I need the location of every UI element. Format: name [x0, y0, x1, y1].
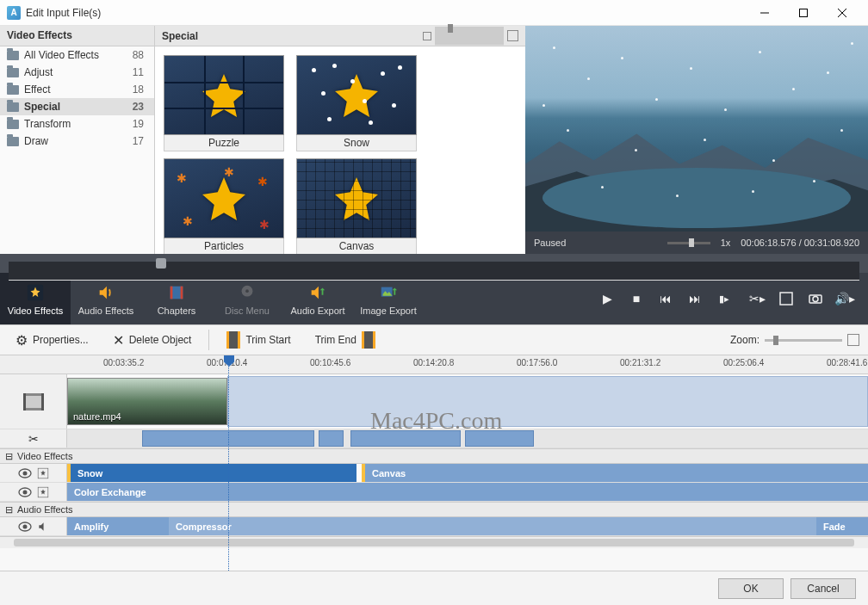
stop-button[interactable]: ■ [623, 286, 649, 312]
tab-label: Audio Effects [78, 306, 134, 316]
maximize-button[interactable] [784, 0, 822, 26]
cat-transform[interactable]: Transform 19 [0, 115, 154, 133]
effect-puzzle[interactable]: Puzzle [164, 55, 284, 151]
tab-chapters[interactable]: Chapters [141, 273, 212, 324]
clip-snow[interactable]: Snow [67, 464, 356, 482]
track-vfx-head [0, 483, 67, 501]
eye-icon[interactable] [18, 487, 32, 497]
time-tick: 00:07:10.4 [207, 358, 247, 367]
cat-draw[interactable]: Draw 17 [0, 133, 154, 150]
star-icon [25, 282, 46, 303]
filmstrip-icon [362, 331, 375, 349]
time-ruler[interactable]: 00:03:35.2 00:07:10.4 00:10:45.6 00:14:2… [0, 355, 868, 374]
trim-end-button[interactable]: Trim End [308, 328, 382, 352]
zoom-label: Zoom: [730, 334, 760, 346]
scrub-handle[interactable] [156, 258, 166, 269]
track-afx-body[interactable]: Amplify Compressor Fade [67, 517, 868, 535]
time-tick: 00:10:45.6 [310, 358, 350, 367]
cat-all-video-effects[interactable]: All Video Effects 88 [0, 46, 154, 64]
clip-compressor[interactable]: Compressor [169, 517, 816, 535]
play-controls: ▶ ■ ⏮ ⏭ ▮▸ ✂▸ 🔊▸ [584, 273, 868, 324]
eye-icon[interactable] [18, 522, 32, 532]
volume-button[interactable]: 🔊▸ [832, 286, 858, 312]
tab-image-export[interactable]: Image Export [353, 273, 424, 324]
clip-amplify[interactable]: Amplify [67, 517, 169, 535]
clip-video[interactable]: nature.mp4 [67, 378, 227, 425]
folder-icon [7, 102, 19, 112]
tab-label: Disc Menu [225, 306, 270, 316]
cut-region[interactable] [465, 430, 534, 447]
tab-label: Chapters [158, 306, 196, 316]
cut-button[interactable]: ✂▸ [744, 286, 770, 312]
effects-header: Special [155, 26, 525, 46]
scissors-icon: ✂ [28, 432, 39, 446]
ok-button[interactable]: OK [718, 578, 784, 599]
track-vfx-body[interactable]: Color Exchange [67, 483, 868, 501]
prev-button[interactable]: ⏮ [653, 286, 679, 312]
thumbnail-size-slider[interactable] [423, 27, 518, 46]
track-cut: ✂ [0, 429, 868, 448]
eye-icon[interactable] [18, 468, 32, 478]
track-vfx-body[interactable]: Snow Canvas [67, 464, 868, 482]
clip-fade[interactable]: Fade [816, 517, 868, 535]
track-cut-body[interactable] [67, 429, 868, 448]
scrub-bar[interactable] [0, 254, 868, 273]
zoom-slider[interactable] [765, 339, 842, 342]
step-button[interactable]: ▮▸ [711, 286, 737, 312]
cat-count: 23 [133, 101, 147, 113]
section-video-effects: ⊟ Video Effects [0, 448, 868, 464]
track-vfx-head [0, 464, 67, 482]
trim-end-label: Trim End [315, 334, 356, 346]
collapse-toggle[interactable]: ⊟ [3, 504, 14, 515]
close-button[interactable] [822, 0, 861, 26]
tab-video-effects[interactable]: Video Effects [0, 273, 71, 324]
speaker-export-icon [307, 282, 328, 303]
effect-canvas[interactable]: Canvas [296, 158, 417, 254]
gear-icon: ⚙ [16, 332, 28, 349]
clip-color-exchange[interactable]: Color Exchange [67, 483, 868, 501]
cat-special[interactable]: Special 23 [0, 98, 154, 115]
speed-slider[interactable] [667, 242, 710, 244]
cat-adjust[interactable]: Adjust 11 [0, 64, 154, 81]
play-button[interactable]: ▶ [594, 286, 620, 312]
next-button[interactable]: ⏭ [682, 286, 708, 312]
cat-effect[interactable]: Effect 18 [0, 81, 154, 98]
trim-start-button[interactable]: Trim Start [220, 328, 297, 352]
svg-point-10 [245, 289, 249, 293]
cut-region[interactable] [350, 430, 461, 447]
clip-label: Snow [78, 468, 102, 478]
effect-snow[interactable]: Snow [296, 55, 417, 151]
tab-audio-export[interactable]: Audio Export [282, 273, 353, 324]
preview-video[interactable] [525, 26, 868, 232]
cancel-button[interactable]: Cancel [790, 578, 856, 599]
effects-header-title: Special [162, 30, 198, 42]
cut-region[interactable] [142, 430, 314, 447]
horizontal-scrollbar[interactable] [0, 536, 868, 548]
section-audio-effects: ⊟ Audio Effects [0, 502, 868, 517]
svg-point-26 [22, 524, 27, 528]
svg-rect-8 [181, 286, 183, 299]
svg-rect-18 [41, 393, 44, 411]
section-label: Video Effects [17, 451, 72, 461]
effect-label: Snow [296, 135, 417, 151]
zoom-fit-icon[interactable] [847, 334, 859, 346]
time-tick: 00:21:31.2 [620, 358, 660, 367]
delete-object-button[interactable]: ✕ Delete Object [106, 329, 199, 352]
fullscreen-button[interactable] [773, 286, 799, 312]
minimize-button[interactable] [745, 0, 784, 26]
clip-extended[interactable] [227, 376, 868, 427]
time-tick: 00:14:20.8 [413, 358, 454, 367]
clip-canvas[interactable]: Canvas [362, 464, 868, 482]
collapse-toggle[interactable]: ⊟ [3, 451, 14, 462]
tab-audio-effects[interactable]: Audio Effects [71, 273, 141, 324]
svg-point-23 [22, 490, 27, 494]
cut-region[interactable] [319, 430, 344, 447]
time-tick: 00:28:41.6 [827, 358, 867, 367]
cat-count: 19 [133, 118, 147, 130]
properties-button[interactable]: ⚙ Properties... [9, 329, 96, 352]
cat-count: 88 [133, 49, 147, 61]
upper-panels: Video Effects All Video Effects 88 Adjus… [0, 26, 868, 254]
effect-particles[interactable]: ✱✱✱✱✱ Particles [164, 158, 284, 254]
snapshot-button[interactable] [803, 286, 828, 312]
track-video-body[interactable]: nature.mp4 [67, 374, 868, 429]
